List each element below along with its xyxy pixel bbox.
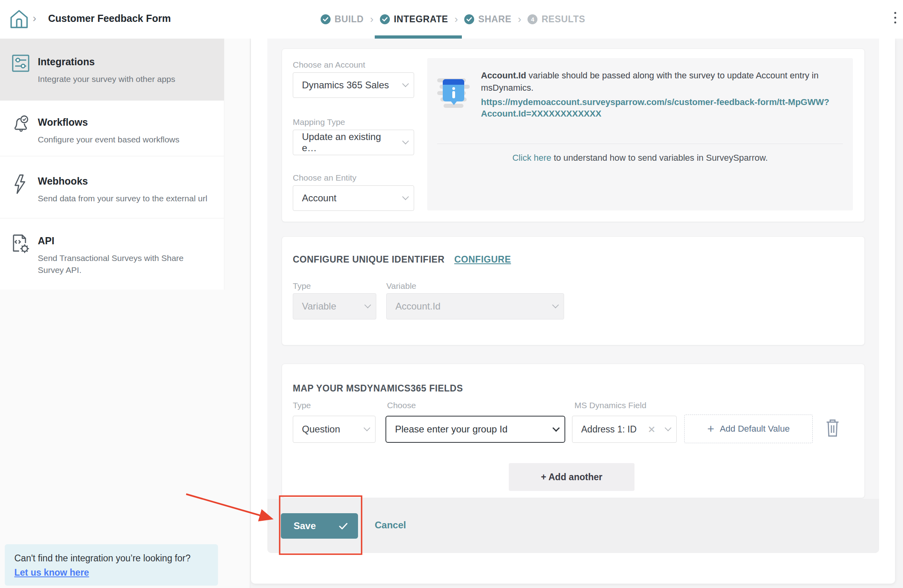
map-type-label: Type <box>293 401 311 410</box>
unique-identifier-title: CONFIGURE UNIQUE IDENTIFIER <box>293 254 445 265</box>
sidebar-item-workflows[interactable]: Workflows Configure your event based wor… <box>0 100 224 156</box>
check-icon <box>339 523 348 530</box>
webhooks-lightning-icon <box>11 174 29 196</box>
build-label: BUILD <box>335 14 364 25</box>
sidebar-item-title: Integrations <box>38 56 212 68</box>
variable-info-panel: Account.Id variable should be passed alo… <box>427 58 853 210</box>
map-choose-select[interactable]: Please enter your group Id <box>385 416 565 443</box>
form-footer <box>267 499 879 553</box>
integrate-check-icon <box>380 14 390 24</box>
tab-share[interactable]: SHARE <box>464 14 512 25</box>
more-options-icon[interactable] <box>890 12 900 23</box>
account-select[interactable]: Dynamics 365 Sales <box>293 72 414 98</box>
map-type-select[interactable]: Question <box>293 416 376 443</box>
integration-help-box: Can't find the integration you’re lookin… <box>5 544 218 586</box>
results-step-number: 4 <box>527 14 537 24</box>
sidebar-item-title: Workflows <box>38 117 212 128</box>
sidebar-item-api[interactable]: API Send Transactional Surveys with Shar… <box>0 218 224 290</box>
plus-icon: + <box>707 423 714 435</box>
cancel-button[interactable]: Cancel <box>375 520 406 531</box>
sidebar-item-title: Webhooks <box>38 175 212 187</box>
map-field-label: MS Dynamics Field <box>574 401 646 410</box>
clear-selection-icon[interactable]: ✕ <box>648 424 656 435</box>
results-label: RESULTS <box>541 14 585 25</box>
account-config-section: Choose an Account Dynamics 365 Sales Map… <box>282 49 865 222</box>
page-title: Customer Feedback Form <box>48 13 171 24</box>
chevron-down-icon <box>402 138 409 144</box>
sidebar-menu: Integrations Integrate your survey with … <box>0 39 224 290</box>
mapping-type-select[interactable]: Update an existing e… <box>293 130 414 155</box>
entity-select[interactable]: Account <box>293 185 414 211</box>
chevron-down-icon <box>553 424 560 432</box>
sidebar-item-desc: Send Transactional Surveys with Share Su… <box>38 252 193 276</box>
sidebar-item-desc: Send data from your survey to the extern… <box>38 193 212 204</box>
breadcrumb-chevron-icon: › <box>33 12 36 25</box>
sidebar-item-title: API <box>38 235 212 247</box>
integrate-label: INTEGRATE <box>394 14 448 25</box>
chevron-down-icon <box>402 80 409 87</box>
api-code-gear-icon <box>11 234 31 257</box>
step-separator-icon: › <box>455 13 458 25</box>
entity-label: Choose an Entity <box>293 173 356 183</box>
share-label: SHARE <box>478 14 512 25</box>
chevron-down-icon <box>665 424 671 431</box>
sidebar-item-webhooks[interactable]: Webhooks Send data from your survey to t… <box>0 156 224 218</box>
delete-row-icon[interactable] <box>825 419 840 439</box>
divider <box>437 144 843 144</box>
click-here-link[interactable]: Click here <box>512 153 551 163</box>
tab-results[interactable]: 4 RESULTS <box>527 14 585 25</box>
uid-type-label: Type <box>293 281 311 291</box>
active-tab-underline <box>375 35 462 39</box>
configure-link[interactable]: CONFIGURE <box>454 254 511 265</box>
uid-type-select[interactable]: Variable <box>293 293 376 319</box>
step-separator-icon: › <box>518 13 522 25</box>
integrations-sliders-icon <box>11 54 30 74</box>
help-question: Can't find the integration you’re lookin… <box>14 553 208 564</box>
sidebar-item-desc: Configure your event based workflows <box>38 134 212 146</box>
home-icon[interactable] <box>10 9 29 31</box>
ms-dynamics-field-select[interactable]: Address 1: ID ✕ <box>572 416 677 443</box>
info-badge-icon <box>437 76 471 110</box>
let-us-know-link[interactable]: Let us know here <box>14 567 89 578</box>
save-button[interactable]: Save <box>281 513 358 539</box>
chevron-down-icon <box>364 424 370 431</box>
tab-build[interactable]: BUILD <box>321 14 364 25</box>
chevron-down-icon <box>402 193 409 200</box>
uid-variable-select[interactable]: Account.Id <box>386 293 564 319</box>
chevron-down-icon <box>364 302 371 308</box>
mapping-type-label: Mapping Type <box>293 117 345 127</box>
map-fields-title: MAP YOUR MSDYNAMICS365 FIELDS <box>293 383 463 394</box>
info-text: Account.Id variable should be passed alo… <box>481 69 853 94</box>
unique-identifier-section: CONFIGURE UNIQUE IDENTIFIER CONFIGURE Ty… <box>282 236 865 345</box>
step-separator-icon: › <box>370 13 374 25</box>
add-another-button[interactable]: + Add another <box>509 463 634 491</box>
tab-integrate[interactable]: INTEGRATE <box>380 14 448 25</box>
map-choose-label: Choose <box>387 401 416 410</box>
share-check-icon <box>464 14 474 24</box>
build-check-icon <box>321 14 331 24</box>
account-label: Choose an Account <box>293 60 365 70</box>
uid-variable-label: Variable <box>386 281 416 291</box>
sidebar: Integrations Integrate your survey with … <box>0 39 250 588</box>
variables-help-text: Click here to understand how to send var… <box>427 153 853 163</box>
chevron-down-icon <box>552 302 559 308</box>
wizard-steps: BUILD › INTEGRATE › SHARE › 4 RESULTS <box>321 0 585 39</box>
sidebar-item-desc: Integrate your survey with other apps <box>38 73 212 85</box>
top-navbar: › Customer Feedback Form BUILD › INTEGRA… <box>0 0 903 39</box>
workflows-bell-icon <box>11 114 31 136</box>
survey-variable-url[interactable]: https://mydemoaccount.surveysparrow.com/… <box>481 96 853 119</box>
add-default-value-button[interactable]: + Add Default Value <box>684 415 813 443</box>
sidebar-item-integrations[interactable]: Integrations Integrate your survey with … <box>0 39 224 100</box>
